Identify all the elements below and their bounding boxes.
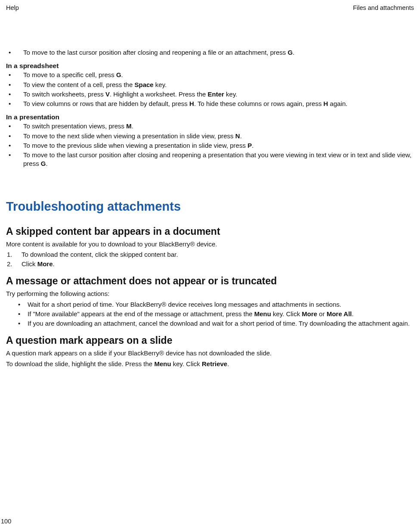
step-number: 2. — [6, 260, 22, 268]
bullet-icon: • — [6, 132, 23, 140]
bullet-text: To switch presentation views, press M. — [23, 122, 414, 131]
bullet-icon: • — [6, 81, 23, 89]
step-number: 1. — [6, 250, 22, 259]
bullet-text: If you are downloading an attachment, ca… — [28, 319, 410, 328]
bullet-item: • To switch presentation views, press M. — [6, 122, 414, 131]
bullet-item: •If "More available" appears at the end … — [6, 310, 414, 318]
spreadsheet-heading: In a spreadsheet — [6, 62, 414, 70]
bullet-icon: • — [6, 100, 23, 108]
truncated-intro: Try performing the following actions: — [6, 289, 414, 298]
question-mark-p2: To download the slide, highlight the sli… — [6, 360, 414, 368]
header-right: Files and attachments — [353, 4, 414, 11]
bullet-text: To move to the previous slide when viewi… — [23, 141, 414, 150]
bullet-text: To move to the last cursor position afte… — [23, 151, 414, 168]
presentation-heading: In a presentation — [6, 113, 414, 121]
header-left: Help — [6, 4, 19, 11]
skipped-content-intro: More content is available for you to dow… — [6, 240, 414, 249]
bullet-icon: • — [18, 319, 28, 328]
question-mark-heading: A question mark appears on a slide — [6, 335, 414, 346]
question-mark-p1: A question mark appears on a slide if yo… — [6, 349, 414, 358]
skipped-content-heading: A skipped content bar appears in a docum… — [6, 226, 414, 237]
bullet-icon: • — [6, 122, 23, 131]
bullet-item: •Wait for a short period of time. Your B… — [6, 300, 414, 309]
bullet-item: •If you are downloading an attachment, c… — [6, 319, 414, 328]
bullet-text: Wait for a short period of time. Your Bl… — [28, 300, 341, 309]
bullet-text: If "More available" appears at the end o… — [28, 310, 354, 318]
bullet-text: To view columns or rows that are hidden … — [23, 100, 414, 108]
truncated-heading: A message or attachment does not appear … — [6, 275, 414, 287]
presentation-list: • To switch presentation views, press M.… — [6, 122, 414, 168]
bullet-item: • To move to the last cursor position af… — [6, 151, 414, 168]
bullet-text: To move to the last cursor position afte… — [23, 48, 414, 57]
bullet-item: • To view columns or rows that are hidde… — [6, 100, 414, 108]
top-bullet-list: • To move to the last cursor position af… — [6, 48, 414, 57]
bullet-icon: • — [18, 300, 28, 309]
bullet-item: • To view the content of a cell, press t… — [6, 81, 414, 89]
step-text: Click More. — [22, 260, 55, 268]
step-item: 1.To download the content, click the ski… — [6, 250, 414, 259]
skipped-content-steps: 1.To download the content, click the ski… — [6, 250, 414, 269]
bullet-icon: • — [6, 151, 23, 159]
bullet-icon: • — [6, 71, 23, 79]
page-header: Help Files and attachments — [6, 4, 414, 11]
bullet-text: To switch worksheets, press V. Highlight… — [23, 90, 414, 99]
bullet-text: To move to a specific cell, press G. — [23, 71, 414, 79]
spreadsheet-list: • To move to a specific cell, press G. •… — [6, 71, 414, 108]
truncated-list: •Wait for a short period of time. Your B… — [6, 300, 414, 328]
bullet-item: • To move to the previous slide when vie… — [6, 141, 414, 150]
bullet-item: • To move to the last cursor position af… — [6, 48, 414, 57]
bullet-icon: • — [6, 48, 23, 57]
bullet-icon: • — [6, 141, 23, 150]
bullet-item: • To move to a specific cell, press G. — [6, 71, 414, 79]
bullet-item: • To move to the next slide when viewing… — [6, 132, 414, 140]
bullet-item: • To switch worksheets, press V. Highlig… — [6, 90, 414, 99]
step-item: 2.Click More. — [6, 260, 414, 268]
bullet-icon: • — [6, 90, 23, 99]
page-number: 100 — [1, 518, 11, 525]
step-text: To download the content, click the skipp… — [22, 250, 178, 259]
bullet-text: To view the content of a cell, press the… — [23, 81, 414, 89]
troubleshooting-heading: Troubleshooting attachments — [6, 199, 414, 214]
bullet-icon: • — [18, 310, 28, 318]
bullet-text: To move to the next slide when viewing a… — [23, 132, 414, 140]
page: Help Files and attachments • To move to … — [0, 0, 420, 529]
